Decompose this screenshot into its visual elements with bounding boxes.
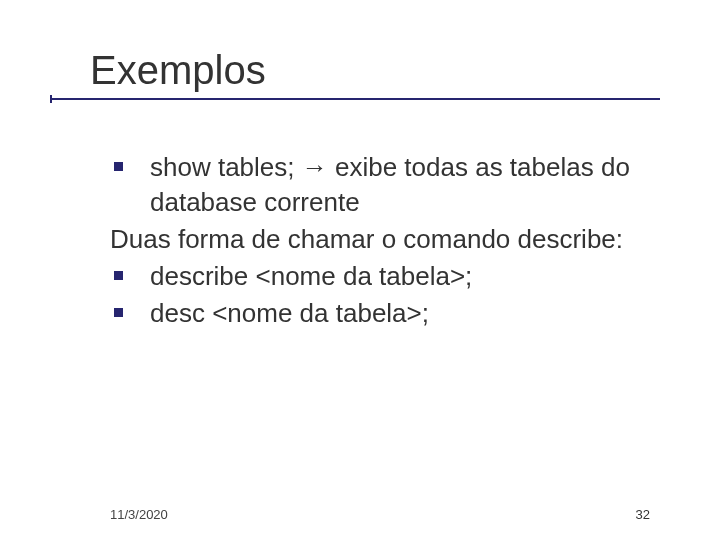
slide-body: show tables; → exibe todas as tabelas do… — [110, 150, 650, 333]
bullet-text: show tables; → exibe todas as tabelas do… — [150, 152, 630, 217]
square-bullet-icon — [114, 271, 123, 280]
bullet-item: describe <nome da tabela>; — [110, 259, 650, 294]
bullet-text: desc <nome da tabela>; — [150, 298, 429, 328]
footer-page-number: 32 — [636, 507, 650, 522]
footer-date: 11/3/2020 — [110, 507, 168, 522]
bullet-text: describe <nome da tabela>; — [150, 261, 472, 291]
plain-paragraph: Duas forma de chamar o comando describe: — [110, 222, 650, 257]
title-block: Exemplos — [90, 48, 660, 101]
slide-title: Exemplos — [90, 48, 660, 93]
bullet-item: desc <nome da tabela>; — [110, 296, 650, 331]
title-rule — [50, 97, 660, 101]
square-bullet-icon — [114, 308, 123, 317]
paragraph-text: Duas forma de chamar o comando describe: — [110, 224, 623, 254]
square-bullet-icon — [114, 162, 123, 171]
bullet-item: show tables; → exibe todas as tabelas do… — [110, 150, 650, 220]
slide-footer: 11/3/2020 32 — [110, 507, 650, 522]
